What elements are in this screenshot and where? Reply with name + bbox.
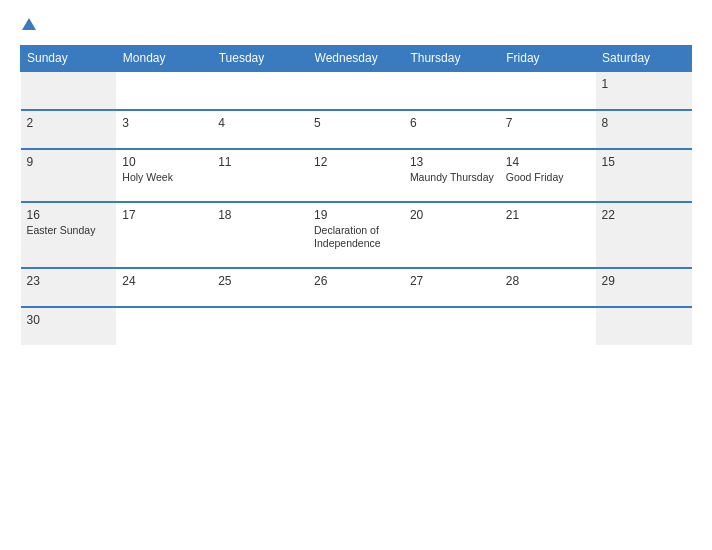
calendar-cell: 6	[404, 110, 500, 149]
calendar-cell	[116, 307, 212, 345]
event-label: Holy Week	[122, 171, 206, 185]
weekday-header-wednesday: Wednesday	[308, 46, 404, 72]
calendar-table: SundayMondayTuesdayWednesdayThursdayFrid…	[20, 45, 692, 345]
day-number: 16	[27, 208, 111, 222]
day-number: 21	[506, 208, 590, 222]
day-number: 17	[122, 208, 206, 222]
calendar-week-5: 23242526272829	[21, 268, 692, 307]
day-number: 24	[122, 274, 206, 288]
day-number: 22	[602, 208, 686, 222]
calendar-week-1: 1	[21, 71, 692, 110]
weekday-row: SundayMondayTuesdayWednesdayThursdayFrid…	[21, 46, 692, 72]
calendar-cell: 18	[212, 202, 308, 268]
calendar-week-2: 2345678	[21, 110, 692, 149]
day-number: 1	[602, 77, 686, 91]
calendar-cell: 14Good Friday	[500, 149, 596, 202]
calendar-cell	[500, 71, 596, 110]
day-number: 5	[314, 116, 398, 130]
weekday-header-sunday: Sunday	[21, 46, 117, 72]
weekday-header-thursday: Thursday	[404, 46, 500, 72]
calendar-cell: 9	[21, 149, 117, 202]
event-label: Good Friday	[506, 171, 590, 185]
calendar-cell: 20	[404, 202, 500, 268]
calendar-cell	[308, 307, 404, 345]
calendar-cell	[404, 307, 500, 345]
day-number: 2	[27, 116, 111, 130]
logo-triangle-icon	[22, 18, 36, 30]
day-number: 12	[314, 155, 398, 169]
day-number: 3	[122, 116, 206, 130]
calendar-cell: 19Declaration of Independence	[308, 202, 404, 268]
calendar-cell: 29	[596, 268, 692, 307]
calendar-cell	[21, 71, 117, 110]
calendar-cell: 17	[116, 202, 212, 268]
day-number: 25	[218, 274, 302, 288]
calendar-cell: 27	[404, 268, 500, 307]
weekday-header-monday: Monday	[116, 46, 212, 72]
calendar-week-3: 910Holy Week111213Maundy Thursday14Good …	[21, 149, 692, 202]
day-number: 26	[314, 274, 398, 288]
day-number: 27	[410, 274, 494, 288]
calendar-cell	[212, 71, 308, 110]
calendar-cell: 25	[212, 268, 308, 307]
weekday-header-friday: Friday	[500, 46, 596, 72]
weekday-header-tuesday: Tuesday	[212, 46, 308, 72]
calendar-body: 12345678910Holy Week111213Maundy Thursda…	[21, 71, 692, 345]
day-number: 30	[27, 313, 111, 327]
calendar-cell: 13Maundy Thursday	[404, 149, 500, 202]
calendar-cell: 15	[596, 149, 692, 202]
day-number: 11	[218, 155, 302, 169]
calendar-cell: 10Holy Week	[116, 149, 212, 202]
calendar-cell	[308, 71, 404, 110]
calendar-cell: 23	[21, 268, 117, 307]
calendar-cell: 26	[308, 268, 404, 307]
calendar-cell: 1	[596, 71, 692, 110]
header	[20, 18, 692, 31]
day-number: 9	[27, 155, 111, 169]
calendar-cell: 16Easter Sunday	[21, 202, 117, 268]
calendar-cell: 12	[308, 149, 404, 202]
event-label: Maundy Thursday	[410, 171, 494, 185]
day-number: 7	[506, 116, 590, 130]
weekday-header-saturday: Saturday	[596, 46, 692, 72]
calendar-cell: 5	[308, 110, 404, 149]
calendar-cell: 30	[21, 307, 117, 345]
calendar-cell	[404, 71, 500, 110]
day-number: 8	[602, 116, 686, 130]
day-number: 10	[122, 155, 206, 169]
calendar-cell: 7	[500, 110, 596, 149]
calendar-cell	[116, 71, 212, 110]
calendar-cell: 2	[21, 110, 117, 149]
calendar-header: SundayMondayTuesdayWednesdayThursdayFrid…	[21, 46, 692, 72]
calendar-cell: 3	[116, 110, 212, 149]
calendar-week-4: 16Easter Sunday171819Declaration of Inde…	[21, 202, 692, 268]
day-number: 20	[410, 208, 494, 222]
day-number: 19	[314, 208, 398, 222]
day-number: 18	[218, 208, 302, 222]
event-label: Easter Sunday	[27, 224, 111, 238]
calendar-cell: 11	[212, 149, 308, 202]
day-number: 14	[506, 155, 590, 169]
calendar-cell: 22	[596, 202, 692, 268]
calendar-cell	[212, 307, 308, 345]
day-number: 28	[506, 274, 590, 288]
calendar-week-6: 30	[21, 307, 692, 345]
calendar-cell	[500, 307, 596, 345]
calendar-cell: 21	[500, 202, 596, 268]
calendar-cell: 4	[212, 110, 308, 149]
page: SundayMondayTuesdayWednesdayThursdayFrid…	[0, 0, 712, 550]
day-number: 13	[410, 155, 494, 169]
day-number: 15	[602, 155, 686, 169]
calendar-cell: 28	[500, 268, 596, 307]
day-number: 4	[218, 116, 302, 130]
event-label: Declaration of Independence	[314, 224, 398, 251]
day-number: 29	[602, 274, 686, 288]
calendar-cell: 24	[116, 268, 212, 307]
day-number: 23	[27, 274, 111, 288]
calendar-cell	[596, 307, 692, 345]
calendar-cell: 8	[596, 110, 692, 149]
logo	[20, 18, 36, 31]
day-number: 6	[410, 116, 494, 130]
